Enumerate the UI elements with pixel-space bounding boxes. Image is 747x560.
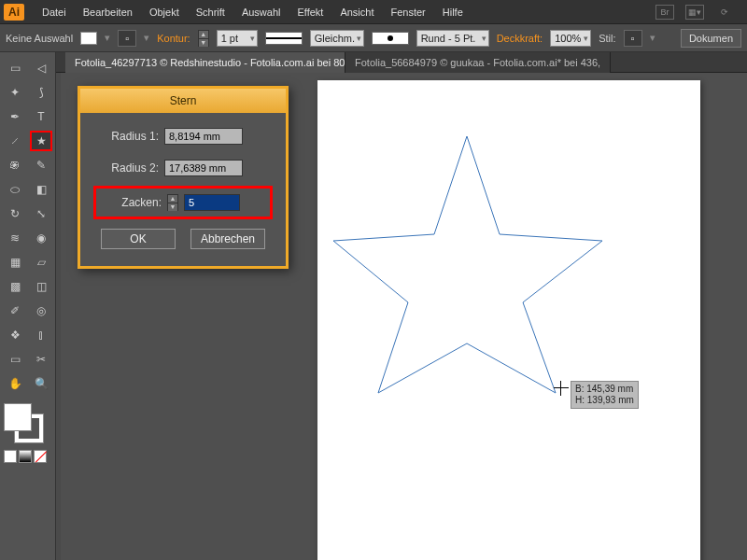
current-fill-swatch[interactable] <box>4 403 32 431</box>
tab-active[interactable]: Fotolia_46297713 © Redshinestudio - Foto… <box>65 52 345 73</box>
sync-icon[interactable]: ⟳ <box>715 5 734 20</box>
app-badge: Ai <box>4 4 24 21</box>
menu-file[interactable]: Datei <box>34 0 75 24</box>
opacity-label: Deckkraft: <box>497 33 543 44</box>
shape-builder-tool[interactable]: ▦ <box>4 252 26 273</box>
radius1-input[interactable]: 8,8194 mm <box>164 128 243 145</box>
menu-select[interactable]: Auswahl <box>233 0 289 24</box>
points-label: Zacken: <box>100 196 162 209</box>
tool-panel: ▭ ◁ ✦ ⟆ ✒ T ⟋ ★ ֍ ✎ ⬭ ◧ ↻ ⤡ ≋ ◉ ▦ ▱ ▩ ◫ … <box>0 52 56 560</box>
dialog-title: Stern <box>80 89 286 113</box>
menu-view[interactable]: Ansicht <box>331 0 382 24</box>
direct-selection-tool[interactable]: ◁ <box>30 58 52 78</box>
menu-object[interactable]: Objekt <box>141 0 188 24</box>
radius1-label: Radius 1: <box>97 130 159 143</box>
rotate-tool[interactable]: ↻ <box>4 203 26 224</box>
swatch-options-icon[interactable]: ▫ <box>118 30 136 47</box>
scale-tool[interactable]: ⤡ <box>30 203 52 224</box>
magic-wand-tool[interactable]: ✦ <box>4 82 26 103</box>
star-tool[interactable]: ★ <box>30 131 52 151</box>
pencil-tool[interactable]: ✎ <box>30 155 52 175</box>
menu-window[interactable]: Fenster <box>382 0 433 24</box>
bridge-icon[interactable]: Br <box>655 5 674 20</box>
points-input[interactable]: 5 <box>184 194 240 211</box>
document-setup-button[interactable]: Dokumen <box>681 29 741 48</box>
warp-tool[interactable]: ◉ <box>30 228 52 248</box>
tab-inactive-label: Fotolia_56684979 © guukaa - Fotolia.com.… <box>355 52 600 73</box>
document-tab-bar: Fotolia_46297713 © Redshinestudio - Foto… <box>0 52 747 73</box>
menu-type[interactable]: Schrift <box>188 0 233 24</box>
radius1-row: Radius 1: 8,8194 mm <box>97 128 269 145</box>
cancel-button[interactable]: Abbrechen <box>190 229 265 249</box>
measurement-tooltip: B: 145,39 mm H: 139,93 mm <box>571 381 639 409</box>
artboard[interactable] <box>317 80 700 560</box>
ok-button[interactable]: OK <box>101 229 176 249</box>
control-bar: Keine Auswahl ▾ ▫ ▾ Kontur: ▲▼ 1 pt Glei… <box>0 24 747 52</box>
menu-effect[interactable]: Effekt <box>289 0 331 24</box>
points-stepper[interactable]: ▲▼ <box>167 194 178 211</box>
symbol-sprayer-tool[interactable]: ❖ <box>4 325 26 345</box>
star-shape-preview <box>317 80 700 560</box>
brush-preview[interactable] <box>372 32 409 45</box>
mesh-tool[interactable]: ▩ <box>4 276 26 297</box>
width-tool[interactable]: ≋ <box>4 228 26 248</box>
color-mode-none[interactable] <box>34 450 47 463</box>
selection-tool[interactable]: ▭ <box>4 58 26 78</box>
style-swatch[interactable]: ▫ <box>624 30 642 47</box>
eyedropper-tool[interactable]: ✐ <box>4 301 26 321</box>
perspective-grid-tool[interactable]: ▱ <box>30 252 52 273</box>
gradient-tool[interactable]: ◫ <box>30 276 52 297</box>
pen-tool[interactable]: ✒ <box>4 106 26 127</box>
radius2-row: Radius 2: 17,6389 mm <box>97 160 269 176</box>
radius2-label: Radius 2: <box>97 161 159 175</box>
stroke-profile-preview[interactable] <box>265 32 303 45</box>
stroke-label: Kontur: <box>157 33 190 44</box>
style-label: Stil: <box>599 33 615 44</box>
eraser-tool[interactable]: ◧ <box>30 179 52 200</box>
cursor-crosshair-icon <box>554 381 569 396</box>
svg-marker-0 <box>333 136 602 393</box>
graph-tool[interactable]: ⫿ <box>30 325 52 345</box>
hand-tool[interactable]: ✋ <box>4 373 26 394</box>
radius2-input[interactable]: 17,6389 mm <box>164 160 243 176</box>
lasso-tool[interactable]: ⟆ <box>30 82 52 103</box>
line-tool[interactable]: ⟋ <box>4 131 26 151</box>
arrange-docs-icon[interactable]: ▦▾ <box>685 5 704 20</box>
menu-edit[interactable]: Bearbeiten <box>75 0 141 24</box>
fill-swatch[interactable] <box>80 32 97 45</box>
color-mode-row <box>4 450 51 463</box>
selection-status: Keine Auswahl <box>6 33 73 44</box>
points-row-highlight: Zacken: ▲▼ 5 <box>93 186 273 219</box>
blob-brush-tool[interactable]: ⬭ <box>4 179 26 200</box>
type-tool[interactable]: T <box>30 106 52 127</box>
stroke-weight-stepper[interactable]: ▲▼ <box>198 30 209 47</box>
menu-bar: Ai Datei Bearbeiten Objekt Schrift Auswa… <box>0 0 747 24</box>
opacity-field[interactable]: 100% <box>550 30 591 47</box>
menu-help[interactable]: Hilfe <box>434 0 472 24</box>
tab-inactive[interactable]: Fotolia_56684979 © guukaa - Fotolia.com.… <box>345 52 611 73</box>
star-dialog: Stern Radius 1: 8,8194 mm Radius 2: 17,6… <box>78 86 289 269</box>
stroke-profile-dropdown[interactable]: Gleichm. <box>310 30 364 47</box>
paintbrush-tool[interactable]: ֍ <box>4 155 26 175</box>
artboard-tool[interactable]: ▭ <box>4 349 26 370</box>
stroke-weight-dropdown[interactable]: 1 pt <box>217 30 258 47</box>
blend-tool[interactable]: ◎ <box>30 301 52 321</box>
slice-tool[interactable]: ✂ <box>30 349 52 370</box>
color-mode-solid[interactable] <box>4 450 17 463</box>
fill-stroke-control[interactable] <box>4 403 43 442</box>
brush-dropdown[interactable]: Rund - 5 Pt. <box>416 30 489 47</box>
zoom-tool[interactable]: 🔍 <box>30 373 52 394</box>
color-mode-gradient[interactable] <box>19 450 32 463</box>
tab-active-label: Fotolia_46297713 © Redshinestudio - Foto… <box>75 52 345 73</box>
